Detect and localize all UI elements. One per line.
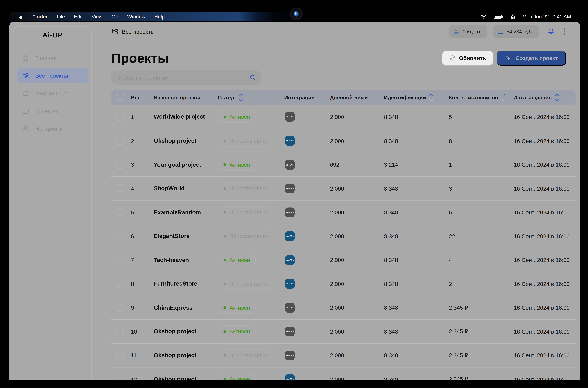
table-row[interactable]: 7Tech-heavenАктивенamoCRM2 0008 348416 С…	[111, 248, 576, 272]
row-checkbox[interactable]	[116, 280, 124, 288]
column-header[interactable]: Кол-во источников	[449, 94, 514, 101]
amocrm-badge-icon[interactable]: amoCRM	[285, 112, 295, 122]
sort-arrows-icon[interactable]	[501, 94, 505, 101]
amocrm-badge-icon[interactable]: amoCRM	[285, 279, 295, 289]
row-checkbox[interactable]	[116, 113, 124, 121]
sources-count: 5	[449, 209, 514, 216]
amocrm-badge-icon[interactable]: amoCRM	[285, 374, 295, 380]
column-header[interactable]: Статус	[218, 94, 284, 101]
home-icon	[22, 54, 29, 62]
search-icon[interactable]	[249, 74, 256, 81]
table-row[interactable]: 4ShopWorldПриостановленamoCRM2 0008 3483…	[111, 176, 576, 200]
breadcrumb-label: Все проекты	[122, 28, 155, 35]
daily-limit: 2 000	[330, 114, 384, 120]
table-row[interactable]: 1WorldWide projectАктивенamoCRM2 0008 34…	[111, 105, 576, 129]
identifications-pill[interactable]: 0 идент.	[449, 25, 487, 38]
table-row[interactable]: 12Okshop projectАктивенamoCRM2 0008 3482…	[111, 367, 576, 380]
row-checkbox[interactable]	[116, 327, 124, 336]
column-label: Дневной лимит	[330, 94, 370, 100]
main-area: Все проекты 0 идент. 54 234 руб.	[102, 22, 580, 380]
project-name: Okshop project	[154, 328, 218, 335]
amocrm-badge-icon[interactable]: amoCRM	[285, 255, 295, 265]
menu-bar-status: Mon Jun 22 9:41 AM	[480, 14, 571, 20]
row-checkbox[interactable]	[116, 375, 124, 380]
table-row[interactable]: 6ElegantStoreПриостановленamoCRM2 0008 3…	[111, 224, 576, 248]
more-options-icon[interactable]	[562, 27, 566, 36]
menu-item-finder[interactable]: Finder	[32, 14, 48, 20]
table-row[interactable]: 11Okshop projectПриостановленamoCRM2 000…	[111, 343, 576, 367]
project-name: ElegantStore	[154, 233, 218, 240]
row-select-cell	[111, 327, 131, 336]
column-label: Идентификации	[384, 94, 426, 100]
amocrm-badge-icon[interactable]: amoCRM	[285, 184, 295, 194]
projects-table: ВсеНазвание проектаСтатусИнтеграцииДневн…	[111, 90, 576, 380]
refresh-label: Обновить	[459, 55, 486, 61]
sources-count: 3	[449, 185, 514, 192]
row-checkbox[interactable]	[116, 304, 124, 312]
wifi-icon[interactable]	[480, 14, 487, 19]
menu-item-go[interactable]: Go	[111, 14, 118, 20]
row-number: 6	[131, 233, 154, 240]
integrations-cell: amoCRM	[284, 303, 330, 313]
sidebar-item-folder[interactable]: Мои данные	[17, 86, 88, 101]
column-header[interactable]: Дата создания	[514, 94, 576, 101]
control-center-icon[interactable]	[510, 14, 516, 20]
amocrm-badge-icon[interactable]: amoCRM	[285, 208, 295, 217]
table-row[interactable]: 5ExampleRandomПриостановленamoCRM2 0008 …	[111, 200, 576, 224]
created-date: 16 Сент. 2024 в 16:00	[514, 209, 576, 216]
sort-arrows-icon[interactable]	[555, 94, 559, 101]
notifications-bell-icon[interactable]	[547, 28, 554, 35]
balance-amount: 54 234 руб.	[506, 29, 533, 34]
row-checkbox[interactable]	[116, 208, 124, 217]
column-header: Интеграции	[284, 94, 330, 100]
status-badge: Активен	[218, 302, 256, 314]
table-row[interactable]: 8FurnituresStoreПриостановленamoCRM2 000…	[111, 272, 576, 296]
table-row[interactable]: 3Your goal projectАктивенamoCRM6923 2141…	[111, 152, 576, 176]
balance-pill[interactable]: 54 234 руб.	[493, 25, 539, 38]
status-dot-icon	[223, 354, 226, 357]
search-input[interactable]	[118, 74, 249, 81]
amocrm-badge-icon[interactable]: amoCRM	[285, 231, 295, 241]
create-project-button[interactable]: Создать проект	[497, 50, 566, 66]
sidebar-item-home[interactable]: Главная	[17, 50, 88, 66]
sort-arrows-icon[interactable]	[239, 94, 243, 101]
row-checkbox[interactable]	[116, 184, 124, 193]
sort-arrows-icon[interactable]	[429, 94, 433, 101]
refresh-button[interactable]: Обновить	[442, 50, 494, 66]
menu-bar-clock[interactable]: Mon Jun 22 9:41 AM	[523, 14, 571, 20]
sidebar-item-gear[interactable]: Настройки	[17, 121, 88, 136]
table-row[interactable]: 10Okshop projectАктивенamoCRM2 0008 3482…	[111, 319, 576, 343]
integrations-cell: amoCRM	[284, 231, 330, 241]
row-checkbox[interactable]	[116, 232, 124, 240]
menu-item-window[interactable]: Window	[127, 14, 145, 20]
breadcrumb[interactable]: Все проекты	[111, 28, 155, 35]
project-name: Okshop project	[154, 138, 218, 144]
sidebar-item-wallet[interactable]: Кошелек	[17, 103, 88, 119]
column-header[interactable]: Идентификации	[384, 94, 449, 101]
menu-item-view[interactable]: View	[92, 14, 103, 20]
status-dot-icon	[223, 306, 226, 309]
apple-menu-icon[interactable]	[18, 14, 23, 20]
sidebar-item-projects[interactable]: Все проекты	[17, 68, 88, 83]
row-checkbox[interactable]	[116, 161, 124, 169]
page-title: Проекты	[111, 50, 169, 66]
menu-item-file[interactable]: File	[57, 14, 65, 20]
amocrm-badge-icon[interactable]: amoCRM	[285, 303, 295, 313]
menu-item-help[interactable]: Help	[154, 14, 165, 20]
row-checkbox[interactable]	[116, 137, 124, 145]
amocrm-badge-icon[interactable]: amoCRM	[285, 327, 295, 337]
amocrm-badge-icon[interactable]: amoCRM	[285, 160, 295, 170]
amocrm-badge-icon[interactable]: amoCRM	[285, 350, 295, 360]
menu-item-edit[interactable]: Edit	[74, 14, 83, 20]
status-dot-icon	[223, 235, 226, 238]
amocrm-badge-icon[interactable]: amoCRM	[285, 136, 295, 146]
battery-icon[interactable]	[494, 14, 504, 19]
table-row[interactable]: 2Okshop projectПриостановленamoCRM2 0008…	[111, 129, 576, 152]
row-select-cell	[111, 375, 131, 380]
status-dot-icon	[223, 283, 226, 285]
daily-limit: 2 000	[330, 257, 384, 263]
select-all-checkbox[interactable]	[116, 93, 124, 102]
row-checkbox[interactable]	[116, 351, 124, 360]
table-row[interactable]: 9ChinaExpressАктивенamoCRM2 0008 3482 34…	[111, 296, 576, 319]
row-checkbox[interactable]	[116, 256, 124, 264]
